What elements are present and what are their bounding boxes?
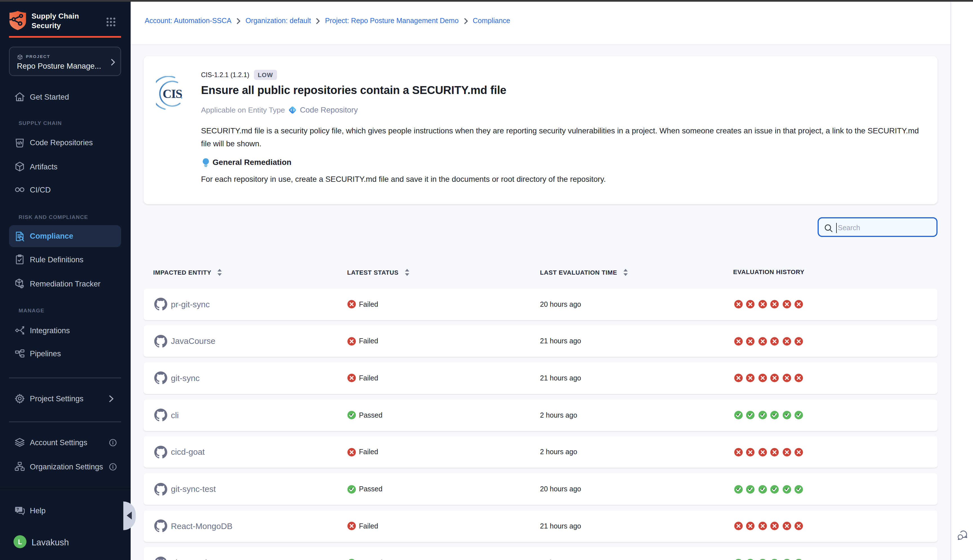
- svg-text:?: ?: [16, 507, 19, 512]
- svg-text:CIS: CIS: [163, 87, 182, 101]
